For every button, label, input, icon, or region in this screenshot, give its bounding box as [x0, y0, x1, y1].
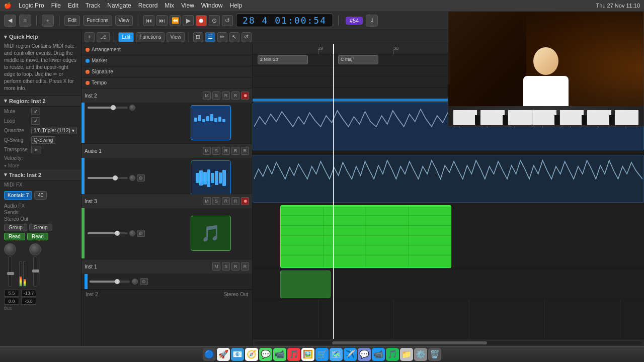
midi-thumb-inst2[interactable]	[191, 105, 231, 140]
scrollbar-track[interactable]	[255, 341, 642, 344]
menu-record[interactable]: Record	[138, 2, 158, 9]
ctrl-r2-inst2[interactable]: R	[231, 92, 239, 100]
kontakt-btn[interactable]: Kontakt 7	[4, 191, 32, 200]
pan-knob-right[interactable]	[29, 243, 41, 255]
menu-file[interactable]: File	[51, 2, 61, 9]
grid-mode-btn[interactable]: ⊞	[193, 32, 203, 42]
ctrl-r1-audio1[interactable]: R	[222, 147, 230, 155]
rec-btn-inst2[interactable]: ⏺	[241, 92, 249, 100]
toolbar-add-btn[interactable]: +	[42, 15, 54, 27]
pan-inst3[interactable]	[129, 230, 135, 236]
dock-finder[interactable]: 🔵	[203, 348, 216, 361]
rec-btn-inst3[interactable]: ⏺	[241, 197, 249, 205]
dock-mail[interactable]: 📧	[231, 348, 244, 361]
menu-window[interactable]: Window	[201, 2, 223, 9]
mute-btn-inst3[interactable]: M	[203, 197, 211, 205]
ctrl-r1-inst3[interactable]: R	[222, 197, 230, 205]
dock-photos[interactable]: 🖼️	[301, 348, 314, 361]
ctrl-r3-audio1[interactable]: R	[241, 147, 249, 155]
read-left-btn[interactable]: Read	[4, 233, 25, 240]
region-section-title[interactable]: ▾ Region: Inst 2	[0, 96, 81, 107]
solo-btn-audio1[interactable]: S	[212, 147, 220, 155]
volume-slider-inst2[interactable]	[88, 107, 128, 109]
instrument-val-btn[interactable]: 40	[34, 191, 47, 200]
music-thumb-inst3[interactable]: 🎵	[191, 216, 231, 251]
menu-mix[interactable]: Mix	[165, 2, 174, 9]
group-left-btn[interactable]: Group	[4, 224, 27, 231]
ctrl-r2-inst3[interactable]: R	[231, 197, 239, 205]
volume-slider-inst3[interactable]	[88, 232, 128, 234]
menu-edit[interactable]: Edit	[68, 2, 78, 9]
cycle-btn[interactable]: ↺	[222, 15, 233, 26]
solo-btn-inst1[interactable]: S	[222, 262, 230, 270]
arr-audio1-row[interactable]	[253, 154, 644, 204]
ctrl-r1-inst1[interactable]: R	[231, 262, 239, 270]
dock-facetime[interactable]: 📹	[273, 348, 286, 361]
ctrl-r1-inst2[interactable]: R	[222, 92, 230, 100]
capture-btn[interactable]: ⊙	[209, 15, 220, 26]
dock-appstore[interactable]: 🛒	[315, 348, 329, 361]
io-btn-audio1[interactable]: ⊙	[137, 174, 145, 182]
pan-inst1[interactable]	[132, 279, 138, 285]
view-btn[interactable]: View	[115, 16, 133, 26]
read-right-btn[interactable]: Read	[27, 233, 48, 240]
quantize-dropdown[interactable]: 1/8 Triplet (1/12) ▾	[31, 127, 77, 134]
toolbar-left-panel-btn[interactable]: ◀	[4, 15, 16, 27]
dock-trash[interactable]: 🗑️	[428, 348, 441, 361]
rewind-btn[interactable]: ⏮	[143, 15, 154, 26]
arr-inst1-row[interactable]	[253, 269, 644, 300]
fader-track-right[interactable]	[33, 256, 37, 287]
ctrl-r2-audio1[interactable]: R	[231, 147, 239, 155]
menu-view[interactable]: View	[181, 2, 194, 9]
pan-audio1[interactable]	[129, 175, 135, 181]
menu-logicpro[interactable]: Logic Pro	[19, 2, 44, 9]
ff-btn[interactable]: ⏭	[156, 15, 168, 26]
dock-discord[interactable]: 💬	[358, 348, 371, 361]
pointer-mode-btn[interactable]: ↖	[229, 32, 239, 42]
audio-thumb-audio1[interactable]	[191, 160, 231, 196]
fader-track-left[interactable]	[8, 256, 12, 287]
view-mode-btn[interactable]: View	[167, 32, 185, 42]
back-btn[interactable]: ⏪	[170, 15, 181, 26]
functions-btn[interactable]: Functions	[83, 16, 112, 26]
solo-btn-inst3[interactable]: S	[212, 197, 220, 205]
dock-music[interactable]: 🎵	[287, 348, 300, 361]
metronome-btn[interactable]: ♩	[366, 15, 378, 27]
arr-region-2mnstr[interactable]: 2 Min Str	[258, 55, 308, 64]
menu-track[interactable]: Track	[86, 2, 101, 9]
pencil-mode-btn[interactable]: ✏	[217, 32, 227, 42]
pan-inst2[interactable]	[129, 105, 135, 111]
mute-btn-inst1[interactable]: M	[212, 262, 220, 270]
list-mode-btn[interactable]: ☰	[205, 32, 215, 42]
mute-value[interactable]: ✓	[31, 108, 40, 115]
dock-telegram[interactable]: ✈️	[344, 348, 357, 361]
apple-menu[interactable]: 🍎	[4, 2, 12, 9]
mute-btn-inst2[interactable]: M	[203, 92, 211, 100]
scrollbar-thumb[interactable]	[332, 341, 487, 344]
dock-safari[interactable]: 🧭	[245, 348, 258, 361]
dock-zoom[interactable]: 📹	[372, 348, 385, 361]
smart-tempo-btn[interactable]: ⎇	[97, 32, 110, 42]
mute-btn-audio1[interactable]: M	[203, 147, 211, 155]
track-section-title[interactable]: ▾ Track: Inst 2	[0, 169, 81, 180]
dock-finder2[interactable]: 📁	[400, 348, 413, 361]
volume-slider-audio1[interactable]	[88, 177, 128, 179]
arr-scrollbar[interactable]	[253, 339, 644, 346]
loop-value[interactable]: ✓	[31, 117, 40, 125]
loop-mode-btn[interactable]: ↺	[242, 32, 252, 42]
menu-navigate[interactable]: Navigate	[107, 2, 131, 9]
arr-inst3-region[interactable]	[280, 205, 451, 268]
menu-help[interactable]: Help	[230, 2, 243, 9]
pan-knob-left[interactable]	[4, 243, 16, 255]
record-btn[interactable]: ⏺	[196, 15, 207, 26]
io-btn-inst3[interactable]: ⊙	[137, 230, 145, 237]
group-right-btn[interactable]: Group	[29, 224, 52, 231]
dock-maps[interactable]: 🗺️	[330, 348, 343, 361]
arr-inst1-region[interactable]	[280, 270, 331, 298]
volume-slider-inst1[interactable]	[90, 281, 130, 283]
solo-btn-inst2[interactable]: S	[212, 92, 220, 100]
arr-audio1-region[interactable]	[253, 155, 644, 203]
func-mode-btn[interactable]: Functions	[136, 32, 165, 42]
io-btn-inst1[interactable]: ⊙	[140, 278, 148, 285]
dock-launchpad[interactable]: 🚀	[217, 348, 230, 361]
